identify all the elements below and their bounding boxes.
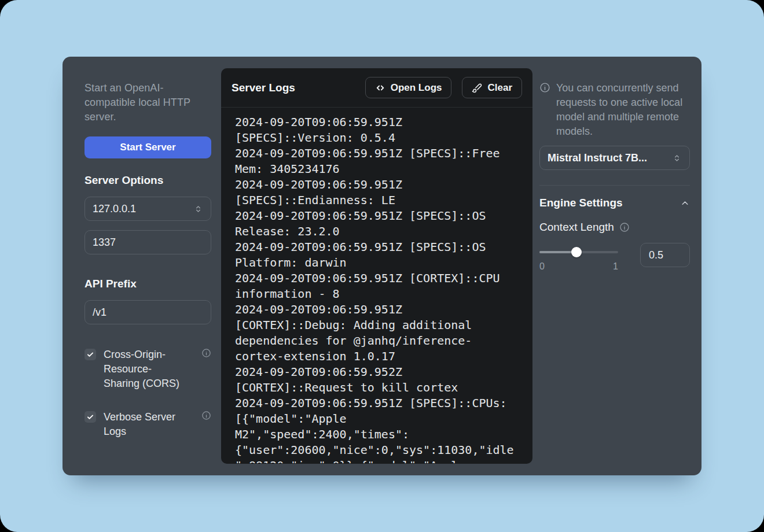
verbose-checkbox-label: Verbose Server Logs xyxy=(104,410,183,439)
cors-info-icon[interactable] xyxy=(201,348,211,358)
context-length-info-icon[interactable] xyxy=(619,222,630,232)
server-logs-header: Server Logs Open Logs Clear xyxy=(221,68,532,108)
model-select-value: Mistral Instruct 7B... xyxy=(548,152,647,164)
context-length-slider[interactable] xyxy=(539,247,618,257)
api-prefix-value: /v1 xyxy=(93,306,106,319)
cors-checkbox[interactable] xyxy=(85,349,96,360)
chevron-updown-icon xyxy=(193,204,203,214)
slider-wrap: 0 1 xyxy=(539,243,618,272)
verbose-checkbox[interactable] xyxy=(85,411,96,423)
engine-settings-toggle[interactable]: Engine Settings xyxy=(539,197,690,209)
verbose-checkbox-row: Verbose Server Logs xyxy=(85,410,211,439)
open-logs-label: Open Logs xyxy=(391,82,442,94)
context-length-input[interactable]: 0.5 xyxy=(640,243,690,267)
sidebar-divider xyxy=(539,185,690,186)
slider-labels: 0 1 xyxy=(539,261,618,272)
clear-logs-button[interactable]: Clear xyxy=(462,77,522,98)
log-actions: Open Logs Clear xyxy=(365,77,522,98)
verbose-info-icon[interactable] xyxy=(201,411,211,420)
host-select[interactable]: 127.0.0.1 xyxy=(85,197,211,221)
log-output[interactable]: 2024-09-20T09:06:59.951Z [SPECS]::Versio… xyxy=(221,108,532,463)
server-config-sidebar: Start an OpenAI-compatible local HTTP se… xyxy=(85,81,211,439)
start-server-button[interactable]: Start Server xyxy=(85,136,211,158)
concurrency-note: You can concurrently send requests to on… xyxy=(539,81,690,139)
chevron-up-icon xyxy=(680,198,690,208)
model-select[interactable]: Mistral Instruct 7B... xyxy=(539,146,690,170)
local-server-panel: Start an OpenAI-compatible local HTTP se… xyxy=(63,57,701,475)
slider-thumb[interactable] xyxy=(571,247,582,257)
model-sidebar: You can concurrently send requests to on… xyxy=(539,81,690,272)
concurrency-note-text: You can concurrently send requests to on… xyxy=(556,81,690,139)
app-window: Start an OpenAI-compatible local HTTP se… xyxy=(0,0,764,532)
engine-settings-title: Engine Settings xyxy=(539,197,623,209)
code-icon xyxy=(375,83,385,93)
paintbrush-icon xyxy=(472,83,482,93)
api-prefix-input[interactable]: /v1 xyxy=(85,300,211,324)
context-length-value: 0.5 xyxy=(649,249,663,261)
context-length-row: Context Length xyxy=(539,221,690,234)
api-prefix-title: API Prefix xyxy=(85,278,211,290)
context-length-control: 0 1 0.5 xyxy=(539,243,690,272)
check-icon xyxy=(86,413,94,421)
info-icon xyxy=(539,82,550,139)
server-description: Start an OpenAI-compatible local HTTP se… xyxy=(85,81,211,124)
open-logs-button[interactable]: Open Logs xyxy=(365,77,452,98)
port-value: 1337 xyxy=(93,237,116,249)
slider-min-label: 0 xyxy=(539,261,545,272)
host-value: 127.0.0.1 xyxy=(93,203,136,215)
server-logs-panel: Server Logs Open Logs Clear 2024-09-20T0… xyxy=(221,68,532,464)
chevron-updown-icon xyxy=(672,153,682,163)
check-icon xyxy=(86,350,94,359)
clear-logs-label: Clear xyxy=(487,82,512,94)
server-options-title: Server Options xyxy=(85,174,211,187)
port-input[interactable]: 1337 xyxy=(85,230,211,254)
cors-checkbox-row: Cross-Origin-Resource-Sharing (CORS) xyxy=(85,348,211,391)
cors-checkbox-label: Cross-Origin-Resource-Sharing (CORS) xyxy=(104,348,183,391)
slider-max-label: 1 xyxy=(613,261,618,272)
server-logs-title: Server Logs xyxy=(232,82,295,94)
context-length-label: Context Length xyxy=(539,221,614,234)
